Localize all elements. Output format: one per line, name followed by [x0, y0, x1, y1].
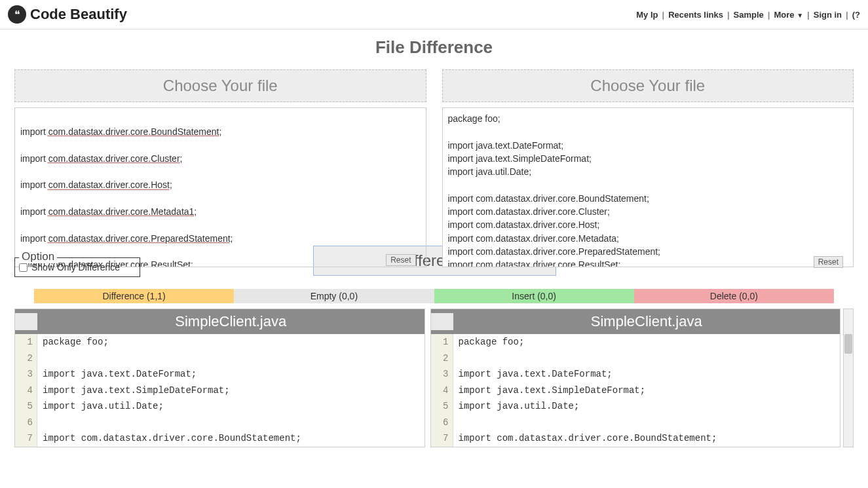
left-code-input[interactable]: import com.datastax.driver.core.BoundSta… [14, 107, 426, 267]
top-nav: My Ip | Recents links | Sample | More ▼ … [636, 10, 860, 20]
diff-line: 7import com.datastax.driver.core.BoundSt… [15, 430, 425, 447]
page-title: File Difference [0, 29, 868, 69]
right-code-input[interactable] [442, 107, 854, 267]
reset-right-button[interactable]: Reset [814, 256, 843, 268]
brand[interactable]: ❝ Code Beautify [8, 5, 127, 24]
diff-line: 1package foo; [431, 334, 840, 350]
nav-my-ip[interactable]: My Ip [636, 10, 658, 20]
nav-sample[interactable]: Sample [734, 10, 764, 20]
choose-file-right[interactable]: Choose Your file [442, 69, 854, 102]
brand-text: Code Beautify [30, 6, 127, 23]
left-file-panel: Choose Your file import com.datastax.dri… [14, 69, 426, 269]
diff-line: 5import java.util.Date; [431, 398, 840, 415]
diff-right-title: SimpleClient.java [453, 313, 840, 330]
nav-sign-in[interactable]: Sign in [814, 10, 842, 20]
show-only-diff-label[interactable]: Show Only Difference [19, 262, 120, 272]
diff-left-title: SimpleClient.java [37, 313, 425, 330]
legend-difference: Difference (1,1) [34, 289, 234, 303]
diff-left-column: SimpleClient.java 1package foo;23import … [14, 309, 425, 447]
legend-insert: Insert (0,0) [434, 289, 634, 303]
nav-more[interactable]: More ▼ [774, 10, 804, 20]
legend-delete: Delete (0,0) [634, 289, 834, 303]
logo-icon: ❝ [8, 5, 26, 24]
diff-line: 1package foo; [15, 334, 425, 350]
diff-line: 3import java.text.DateFormat; [431, 366, 840, 383]
choose-file-left[interactable]: Choose Your file [14, 69, 426, 102]
caret-down-icon: ▼ [797, 12, 803, 19]
right-file-panel: Choose Your file Reset [442, 69, 854, 269]
show-only-diff-checkbox[interactable] [19, 263, 28, 272]
diff-legend-bar: Difference (1,1) Empty (0,0) Insert (0,0… [34, 289, 834, 303]
site-header: ❝ Code Beautify My Ip | Recents links | … [0, 0, 868, 29]
nav-help[interactable]: (? [852, 10, 860, 20]
option-legend: Option [19, 250, 57, 263]
diff-line: 2 [431, 350, 840, 367]
reset-left-button[interactable]: Reset [386, 254, 415, 266]
diff-left-body: 1package foo;23import java.text.DateForm… [15, 334, 425, 447]
nav-recent-links[interactable]: Recents links [668, 10, 723, 20]
diff-right-body: 1package foo;23import java.text.DateForm… [431, 334, 840, 447]
diff-right-column: SimpleClient.java 1package foo;23import … [430, 309, 841, 447]
diff-line: 7import com.datastax.driver.core.BoundSt… [431, 430, 840, 447]
diff-line: 2 [15, 350, 425, 367]
diff-line: 6 [15, 415, 425, 431]
diff-line: 4import java.text.SimpleDateFormat; [15, 383, 425, 399]
diff-line: 3import java.text.DateFormat; [15, 366, 425, 383]
diff-line: 4import java.text.SimpleDateFormat; [431, 383, 840, 399]
diff-output: SimpleClient.java 1package foo;23import … [14, 309, 854, 447]
diff-scrollbar[interactable] [843, 309, 854, 447]
diff-line: 6 [431, 415, 840, 431]
legend-empty: Empty (0,0) [234, 289, 434, 303]
option-fieldset: Option Show Only Difference [14, 257, 140, 277]
diff-line: 5import java.util.Date; [15, 398, 425, 415]
